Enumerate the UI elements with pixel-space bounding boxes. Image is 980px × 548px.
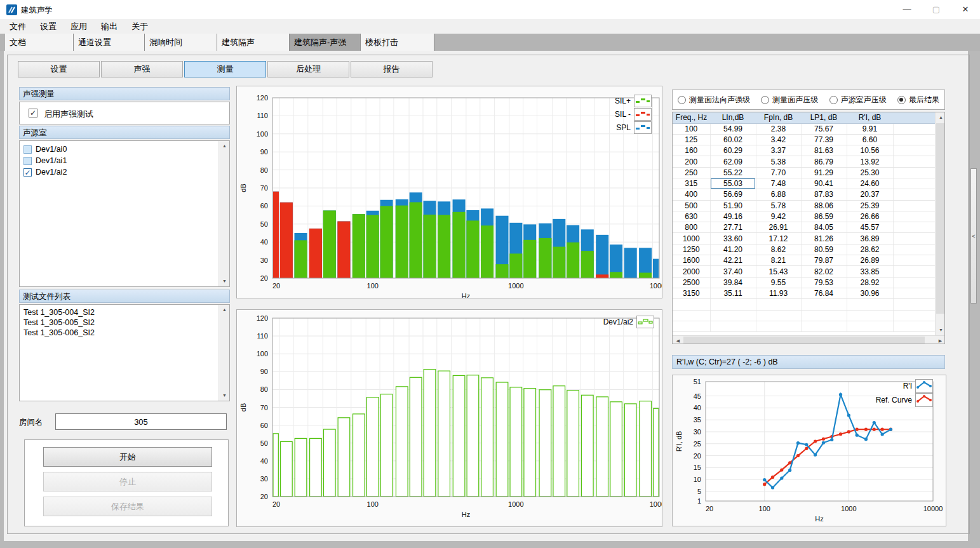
table-cell[interactable] bbox=[893, 156, 936, 167]
room-name-input[interactable] bbox=[55, 413, 227, 430]
table-cell[interactable] bbox=[893, 266, 936, 277]
tab-reverb-time[interactable]: 混响时间 bbox=[145, 34, 217, 51]
table-cell[interactable] bbox=[710, 321, 756, 331]
scroll-up-icon[interactable]: ▲ bbox=[936, 112, 945, 123]
table-cell[interactable]: 62.09 bbox=[710, 156, 756, 167]
table-cell[interactable]: 91.29 bbox=[801, 167, 847, 178]
tab-floor-impact[interactable]: 楼板打击 bbox=[361, 34, 434, 51]
table-cell[interactable]: 55.03 bbox=[710, 178, 756, 189]
table-cell[interactable]: 5.38 bbox=[756, 156, 801, 167]
legend-r-i[interactable]: R'I bbox=[903, 379, 933, 393]
table-cell[interactable]: 86.59 bbox=[801, 211, 847, 222]
scroll-up-icon[interactable]: ▲ bbox=[219, 305, 230, 315]
table-cell[interactable]: 17.12 bbox=[756, 233, 801, 244]
table-cell[interactable]: 28.92 bbox=[847, 277, 893, 288]
subtab-intensity[interactable]: 声强 bbox=[101, 61, 183, 77]
table-cell[interactable]: 76.84 bbox=[801, 288, 847, 298]
table-cell[interactable]: 56.69 bbox=[710, 189, 756, 200]
menu-item-about[interactable]: 关于 bbox=[124, 19, 155, 34]
channel-checkbox[interactable] bbox=[23, 145, 32, 154]
legend-plot-style-icon[interactable] bbox=[634, 108, 652, 121]
table-cell[interactable]: 7.70 bbox=[756, 167, 801, 178]
table-cell[interactable]: 800 bbox=[673, 222, 710, 233]
table-cell[interactable]: 55.22 bbox=[710, 167, 756, 178]
table-cell[interactable]: 11.93 bbox=[756, 288, 801, 298]
table-cell[interactable]: 77.39 bbox=[801, 134, 847, 145]
table-cell[interactable]: 15.43 bbox=[756, 266, 801, 277]
radio-source-room-spl[interactable]: 声源室声压级 bbox=[829, 95, 887, 105]
table-cell[interactable]: 1250 bbox=[673, 244, 710, 255]
table-hscrollbar[interactable]: ◀ ▶ bbox=[673, 335, 945, 344]
table-vscroll-thumb[interactable] bbox=[936, 123, 945, 314]
table-cell[interactable]: 80.59 bbox=[801, 244, 847, 255]
table-cell[interactable]: 86.79 bbox=[801, 156, 847, 167]
legend-ref-curve[interactable]: Ref. Curve bbox=[876, 393, 933, 407]
table-cell[interactable]: 400 bbox=[673, 189, 710, 200]
table-cell[interactable] bbox=[673, 321, 710, 331]
subtab-measure[interactable]: 测量 bbox=[184, 61, 266, 77]
table-cell[interactable]: 36.89 bbox=[847, 233, 893, 244]
table-cell[interactable] bbox=[893, 123, 936, 134]
scroll-down-icon[interactable]: ▼ bbox=[219, 276, 230, 286]
legend-plot-style-icon[interactable] bbox=[634, 95, 652, 107]
table-cell[interactable] bbox=[756, 321, 801, 331]
table-cell[interactable] bbox=[893, 288, 936, 298]
table-cell[interactable]: 81.26 bbox=[801, 233, 847, 244]
table-cell[interactable]: 2.38 bbox=[756, 123, 801, 134]
table-cell[interactable] bbox=[893, 211, 936, 222]
table-cell[interactable]: 84.05 bbox=[801, 222, 847, 233]
table-cell[interactable] bbox=[893, 222, 936, 233]
table-cell[interactable]: 41.20 bbox=[710, 244, 756, 255]
table-cell[interactable]: 60.02 bbox=[710, 134, 756, 145]
menu-item-file[interactable]: 文件 bbox=[3, 19, 33, 34]
table-cell[interactable] bbox=[673, 310, 710, 321]
table-cell[interactable]: 30.96 bbox=[847, 288, 893, 298]
scroll-up-icon[interactable]: ▲ bbox=[219, 141, 230, 151]
table-hscroll-thumb[interactable] bbox=[683, 337, 925, 344]
table-cell[interactable] bbox=[893, 178, 936, 189]
table-cell[interactable]: 1600 bbox=[673, 255, 710, 266]
table-cell[interactable]: 49.16 bbox=[710, 211, 756, 222]
legend-plot-style-icon[interactable] bbox=[634, 121, 652, 134]
table-cell[interactable]: 35.11 bbox=[710, 288, 756, 298]
table-cell[interactable]: 5.78 bbox=[756, 200, 801, 211]
table-cell[interactable] bbox=[893, 310, 936, 321]
test-file-scrollbar[interactable]: ▲▼ bbox=[218, 305, 229, 401]
subtab-setup[interactable]: 设置 bbox=[18, 61, 100, 77]
table-cell[interactable]: 10.56 bbox=[847, 145, 893, 156]
table-cell[interactable]: 8.62 bbox=[756, 244, 801, 255]
table-cell[interactable] bbox=[710, 310, 756, 321]
scroll-down-icon[interactable]: ▼ bbox=[219, 391, 230, 401]
table-cell[interactable]: 90.41 bbox=[801, 178, 847, 189]
collapse-panel-handle[interactable]: < bbox=[970, 168, 977, 304]
legend-sil-[interactable]: SIL+ bbox=[615, 95, 652, 107]
table-cell[interactable]: 160 bbox=[673, 145, 710, 156]
scroll-right-icon[interactable]: ▶ bbox=[935, 336, 945, 344]
tab-building-insulation-intensity[interactable]: 建筑隔声-声强 bbox=[290, 34, 361, 51]
table-cell[interactable]: 25.39 bbox=[847, 200, 893, 211]
tab-document[interactable]: 文档 bbox=[5, 34, 74, 51]
table-cell[interactable]: 250 bbox=[673, 167, 710, 178]
source-room-item[interactable]: Dev1/ai0 bbox=[20, 144, 229, 155]
menu-item-output[interactable]: 输出 bbox=[94, 19, 124, 34]
maximize-icon[interactable]: ▢ bbox=[922, 0, 951, 19]
table-cell[interactable] bbox=[756, 310, 801, 321]
table-cell[interactable]: 82.02 bbox=[801, 266, 847, 277]
table-cell[interactable]: 26.91 bbox=[756, 222, 801, 233]
table-cell[interactable]: 37.40 bbox=[710, 266, 756, 277]
table-cell[interactable]: 6.88 bbox=[756, 189, 801, 200]
table-cell[interactable] bbox=[847, 321, 893, 331]
table-cell[interactable]: 24.60 bbox=[847, 178, 893, 189]
legend-spl[interactable]: SPL bbox=[616, 121, 652, 134]
table-cell[interactable]: 75.67 bbox=[801, 123, 847, 134]
table-cell[interactable]: 39.84 bbox=[710, 277, 756, 288]
table-cell[interactable] bbox=[893, 299, 936, 310]
table-cell[interactable]: 51.90 bbox=[710, 200, 756, 211]
table-cell[interactable]: 26.89 bbox=[847, 255, 893, 266]
legend-sil-[interactable]: SIL - bbox=[615, 108, 652, 121]
table-cell[interactable]: 27.71 bbox=[710, 222, 756, 233]
tab-building-insulation[interactable]: 建筑隔声 bbox=[217, 34, 290, 51]
test-file-item[interactable]: Test 1_305-005_SI2 bbox=[20, 317, 229, 328]
table-cell[interactable]: 79.53 bbox=[801, 277, 847, 288]
radio-button-icon[interactable] bbox=[829, 96, 838, 104]
